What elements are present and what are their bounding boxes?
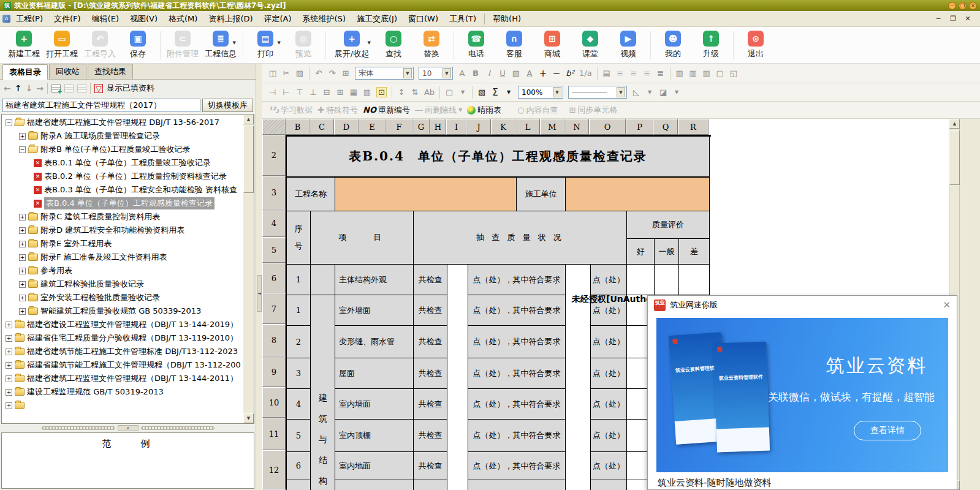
mall-button[interactable]: ⊞ 商城 — [533, 31, 571, 59]
section-cell[interactable] — [311, 265, 335, 295]
italic-icon[interactable]: I — [485, 69, 493, 78]
open-project-button[interactable]: ▭ 打开工程 — [43, 31, 81, 59]
valign-bottom-icon[interactable]: ▥ — [702, 69, 711, 78]
table-grid-icon[interactable]: ▥ — [363, 88, 371, 97]
home-icon[interactable]: ⌂ — [2, 15, 10, 23]
chevron-down-icon[interactable]: ▼ — [458, 89, 467, 95]
paste-special-icon[interactable]: ⊞ — [341, 69, 350, 78]
end-label-cell[interactable]: 点（处） — [590, 358, 627, 389]
fill-in-cell[interactable] — [566, 452, 590, 480]
align-left-icon[interactable]: ≡ — [616, 69, 625, 78]
fill-in-cell[interactable] — [566, 358, 590, 389]
mid-label-cell[interactable]: 点（处），其中符合要求 — [468, 358, 566, 389]
end-label-cell[interactable]: 点（处） — [590, 389, 627, 420]
tree-item-appendix-d[interactable]: + 附录D 建筑工程安全和功能检验资料用表 — [2, 224, 243, 237]
eval-header[interactable]: 质量评价 — [627, 211, 710, 239]
column-header[interactable]: D — [334, 119, 359, 135]
item-cell[interactable]: 主体结构外观 — [335, 265, 414, 295]
tree-item-outdoor-install[interactable]: + 室外安装工程检验批质量验收记录 — [2, 291, 243, 304]
scroll-up-icon[interactable]: ▲ — [949, 119, 960, 129]
project-name-input-cell[interactable] — [335, 178, 517, 211]
column-header[interactable]: O — [589, 119, 626, 135]
collapse-icon[interactable]: − — [19, 146, 26, 153]
chevron-down-icon[interactable]: ▼ — [458, 107, 462, 113]
eval-normal-header[interactable]: 一般 — [655, 239, 679, 265]
seq-cell[interactable]: 6 — [287, 452, 311, 480]
dropdown-arrow-icon[interactable]: ▼ — [233, 40, 236, 45]
menu-disclose[interactable]: 施工交底(J) — [351, 12, 403, 26]
expand-icon[interactable]: + — [6, 389, 12, 396]
paste-icon[interactable]: ▨ — [295, 69, 304, 78]
fill-in-cell[interactable] — [447, 452, 468, 480]
spellcheck-icon[interactable]: Ab — [424, 88, 435, 97]
borders-icon[interactable]: ▦ — [349, 88, 358, 97]
redo-icon[interactable]: ↷ — [328, 69, 336, 78]
item-cell[interactable]: 室内顶棚 — [335, 420, 414, 452]
row-header[interactable]: 11 — [262, 418, 286, 450]
fill-in-cell[interactable] — [447, 265, 468, 295]
fill-in-cell[interactable] — [566, 326, 590, 358]
seq-cell[interactable]: 4 — [287, 389, 311, 420]
builder-input-cell[interactable] — [566, 178, 710, 211]
check-label-cell[interactable]: 共检查 — [414, 389, 447, 420]
insert-row-left-icon[interactable]: ⊣ — [268, 88, 277, 97]
item-header[interactable]: 项 目 — [311, 211, 414, 265]
decrease-size-icon[interactable]: − — [552, 68, 561, 79]
fill-in-cell[interactable] — [447, 420, 468, 452]
align-justify-icon[interactable]: ▤ — [602, 69, 611, 78]
mdi-restore-button[interactable]: ❐ — [948, 15, 958, 23]
tree-item-supervision-2019[interactable]: + 福建省建设工程监理文件管理规程（DBJ/T 13-144-2019） — [2, 318, 243, 331]
ad-footer-link[interactable]: 筑业云资料-随时随地做资料 — [658, 477, 771, 489]
classroom-button[interactable]: ◆ 课堂 — [571, 31, 609, 59]
splitter-handle[interactable] — [141, 426, 215, 430]
menu-report[interactable]: 资料上报(D) — [203, 12, 258, 26]
nav-right-button[interactable]: → — [36, 83, 44, 93]
expand-icon[interactable]: + — [19, 241, 26, 247]
valign-middle-icon[interactable]: ▥ — [689, 69, 697, 78]
phone-button[interactable]: ☎ 电话 — [457, 31, 495, 59]
menu-maintain[interactable]: 系统维护(S) — [297, 12, 351, 26]
minimize-button[interactable]: ─ — [948, 2, 956, 10]
section-cell[interactable] — [311, 358, 335, 389]
copy-icon[interactable]: ◫ — [268, 69, 277, 78]
row-header[interactable]: 4 — [262, 209, 286, 237]
tree-item-appendix-c[interactable]: + 附录C 建筑工程质量控制资料用表 — [2, 210, 243, 224]
expand-icon[interactable]: + — [19, 254, 26, 261]
mid-label-cell[interactable]: 点（处），其中符合要求 — [468, 389, 566, 420]
find-button[interactable]: ○ 查找 — [374, 31, 412, 59]
column-header[interactable]: P — [626, 119, 653, 135]
font-size-select[interactable]: 10 ▼ — [419, 67, 453, 80]
seq-cell[interactable]: 3 — [287, 358, 311, 389]
end-label-cell[interactable]: 点（处） — [590, 326, 627, 358]
seq-cell[interactable]: 2 — [287, 326, 311, 358]
copy-table-icon[interactable] — [64, 85, 74, 92]
column-header[interactable]: H — [430, 119, 446, 135]
increase-size-icon[interactable]: + — [539, 68, 547, 79]
document-title[interactable]: 表B.0.4 单位（子单位）工程观感质量检查记录 — [287, 137, 710, 178]
expand-collapse-button[interactable]: + 展开/收起 ▼ — [329, 31, 374, 59]
nav-left-button[interactable]: ← — [4, 83, 11, 93]
seq-cell[interactable]: 1 — [287, 265, 311, 295]
fill-in-cell[interactable] — [447, 358, 468, 389]
builder-label[interactable]: 施工单位 — [517, 178, 566, 211]
valign-top-icon[interactable]: ▥ — [675, 69, 684, 78]
expand-icon[interactable]: + — [6, 322, 12, 328]
scroll-down-icon[interactable]: ▼ — [243, 413, 254, 423]
tree-item-smart-building[interactable]: + 智能建筑工程质量验收规范 GB 50339-2013 — [2, 304, 243, 318]
item-cell[interactable]: 变形缝、雨水管 — [335, 326, 414, 358]
row-header[interactable]: 7 — [262, 293, 286, 324]
row-header[interactable]: 3 — [262, 176, 286, 209]
restore-button[interactable]: ❐ — [959, 2, 967, 10]
superscript-icon[interactable]: b² — [566, 69, 574, 78]
eval-bad-header[interactable]: 差 — [679, 239, 710, 265]
underline-icon[interactable]: U — [498, 69, 507, 78]
save-button[interactable]: ▣ 保存 — [119, 31, 157, 59]
fill-in-cell[interactable] — [447, 295, 468, 326]
upgrade-button[interactable]: ↑ 升级 — [692, 31, 730, 59]
tree-item-root[interactable]: − 福建省建筑工程施工文件管理规程 DBJ/T 13-56-2017 — [2, 116, 243, 129]
eval-bad-cell[interactable] — [679, 265, 710, 295]
eval-good-header[interactable]: 好 — [627, 239, 655, 265]
view-details-button[interactable]: 查看详情 — [854, 421, 921, 440]
chevron-down-icon[interactable]: ▼ — [443, 68, 451, 78]
chevron-down-icon[interactable]: ▼ — [504, 89, 513, 95]
